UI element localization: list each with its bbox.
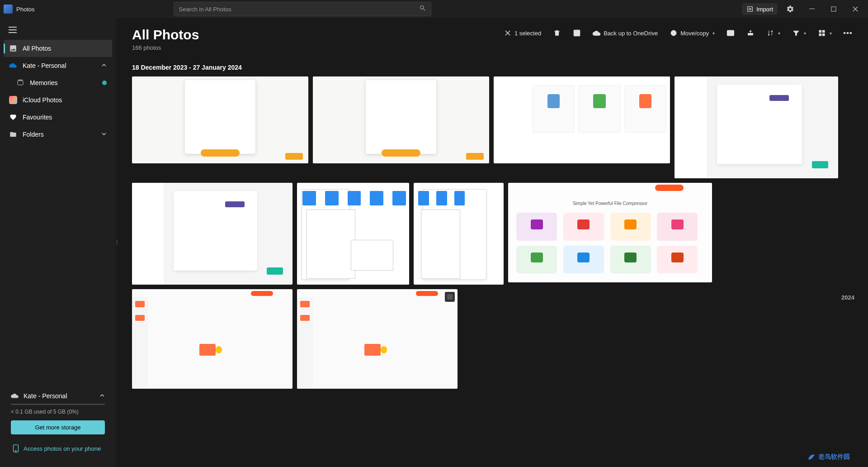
delete-button[interactable] — [550, 27, 564, 39]
filter-button[interactable]: ▾ — [789, 27, 809, 39]
image-heart-icon — [573, 29, 581, 37]
more-button[interactable] — [841, 27, 854, 39]
filter-icon — [792, 29, 800, 37]
share-button[interactable] — [744, 27, 757, 39]
search-icon[interactable] — [419, 5, 426, 14]
memories-icon — [16, 79, 24, 87]
close-button[interactable] — [846, 2, 864, 16]
storage-header[interactable]: Kate - Personal — [11, 392, 105, 400]
selection-count: 1 selected — [514, 30, 541, 37]
svg-rect-13 — [822, 30, 825, 33]
import-label: Import — [756, 6, 773, 13]
storage-account: Kate - Personal — [24, 392, 67, 400]
chevron-down-icon: ▾ — [778, 31, 780, 36]
phone-access-link[interactable]: Access photos on your phone — [11, 442, 105, 455]
app-icon — [4, 5, 13, 14]
photo-thumbnail[interactable] — [414, 183, 504, 285]
svg-point-8 — [15, 451, 16, 452]
sidebar-item-memories[interactable]: Memories — [4, 74, 112, 91]
year-badge: 2024 — [841, 294, 854, 301]
bird-icon — [807, 453, 816, 462]
thumbnail-title: Simple Yet Powerful File Compressor — [508, 201, 712, 206]
folder-icon — [9, 130, 17, 138]
photo-thumbnail[interactable] — [675, 76, 838, 178]
get-storage-button[interactable]: Get more storage — [11, 420, 105, 434]
onedrive-icon — [9, 62, 17, 70]
svg-rect-0 — [809, 9, 815, 9]
sidebar-item-label: All Photos — [23, 45, 51, 52]
slideshow-button[interactable] — [724, 27, 737, 39]
svg-point-16 — [844, 32, 845, 34]
phone-link-label: Access photos on your phone — [24, 445, 101, 452]
trash-icon — [553, 29, 561, 37]
photo-thumbnail[interactable] — [132, 76, 308, 163]
page-title: All Photos — [132, 27, 199, 43]
photos-icon — [9, 44, 17, 52]
storage-section: Kate - Personal < 0.1 GB used of 5 GB (0… — [7, 387, 108, 460]
watermark: 老鸟软件园 — [807, 453, 850, 462]
close-icon — [504, 29, 512, 37]
minimize-button[interactable] — [803, 2, 821, 16]
storage-bar — [11, 404, 105, 405]
sidebar-item-folders[interactable]: Folders — [4, 126, 112, 143]
chevron-up-icon[interactable] — [99, 392, 105, 400]
photo-thumbnail[interactable] — [297, 183, 409, 285]
page-subtitle: 166 photos — [132, 44, 199, 51]
svg-rect-14 — [819, 33, 821, 36]
photo-thumbnail[interactable] — [494, 76, 670, 163]
title-bar: Photos Import — [0, 0, 868, 18]
sort-button[interactable]: ▾ — [764, 27, 783, 39]
selection-checkbox[interactable] — [445, 292, 455, 302]
clear-selection-button[interactable]: 1 selected — [501, 27, 544, 39]
photo-thumbnail[interactable] — [132, 183, 292, 285]
photo-grid: Simple Yet Powerful File Compressor — [132, 76, 854, 389]
svg-point-18 — [850, 32, 852, 34]
plus-circle-icon — [670, 29, 678, 37]
new-badge — [102, 81, 107, 85]
backup-label: Back up to OneDrive — [604, 30, 658, 37]
backup-button[interactable]: Back up to OneDrive — [590, 27, 660, 39]
sidebar-item-icloud[interactable]: iCloud Photos — [4, 91, 112, 109]
sidebar-item-kate-personal[interactable]: Kate - Personal — [4, 57, 112, 74]
move-copy-button[interactable]: Move/copy ▾ — [667, 27, 717, 39]
move-label: Move/copy — [680, 30, 709, 37]
cloud-upload-icon — [593, 29, 601, 37]
sidebar-item-all-photos[interactable]: All Photos — [4, 40, 112, 57]
hamburger-menu[interactable] — [4, 22, 22, 38]
search-box[interactable] — [174, 2, 431, 16]
sidebar-item-label: Favourites — [23, 114, 52, 121]
photo-thumbnail[interactable] — [132, 289, 292, 389]
svg-rect-2 — [9, 27, 17, 28]
svg-rect-4 — [9, 32, 17, 33]
svg-rect-6 — [19, 80, 22, 81]
icloud-icon — [9, 96, 17, 104]
maximize-button[interactable] — [825, 2, 843, 16]
chevron-up-icon[interactable] — [101, 62, 107, 69]
sidebar-item-label: iCloud Photos — [23, 96, 62, 104]
sidebar-item-favourites[interactable]: Favourites — [4, 109, 112, 126]
content-area: All Photos 166 photos 1 selected Back up… — [118, 18, 868, 467]
svg-point-17 — [847, 32, 849, 34]
watermark-text: 老鸟软件园 — [818, 453, 850, 461]
favorite-button[interactable] — [570, 27, 584, 39]
storage-usage: < 0.1 GB used of 5 GB (0%) — [11, 409, 105, 415]
chevron-down-icon: ▾ — [712, 31, 715, 36]
sidebar-item-label: Kate - Personal — [23, 62, 66, 69]
view-button[interactable]: ▾ — [815, 27, 835, 39]
import-button[interactable]: Import — [742, 3, 778, 15]
search-input[interactable] — [179, 6, 419, 13]
settings-icon[interactable] — [781, 2, 799, 16]
sidebar-item-label: Memories — [30, 79, 57, 86]
photo-thumbnail[interactable] — [297, 289, 458, 389]
app-title: Photos — [16, 6, 34, 13]
photo-thumbnail[interactable] — [313, 76, 489, 163]
svg-rect-1 — [831, 7, 836, 11]
photo-thumbnail[interactable]: Simple Yet Powerful File Compressor — [508, 183, 712, 282]
sidebar: All Photos Kate - Personal Memories iClo… — [0, 18, 116, 467]
svg-rect-19 — [447, 294, 453, 300]
heart-icon — [9, 113, 17, 121]
chevron-down-icon[interactable] — [101, 131, 107, 138]
grid-icon — [818, 29, 826, 37]
svg-rect-12 — [819, 30, 821, 33]
toolbar: 1 selected Back up to OneDrive Move/copy… — [501, 27, 854, 39]
